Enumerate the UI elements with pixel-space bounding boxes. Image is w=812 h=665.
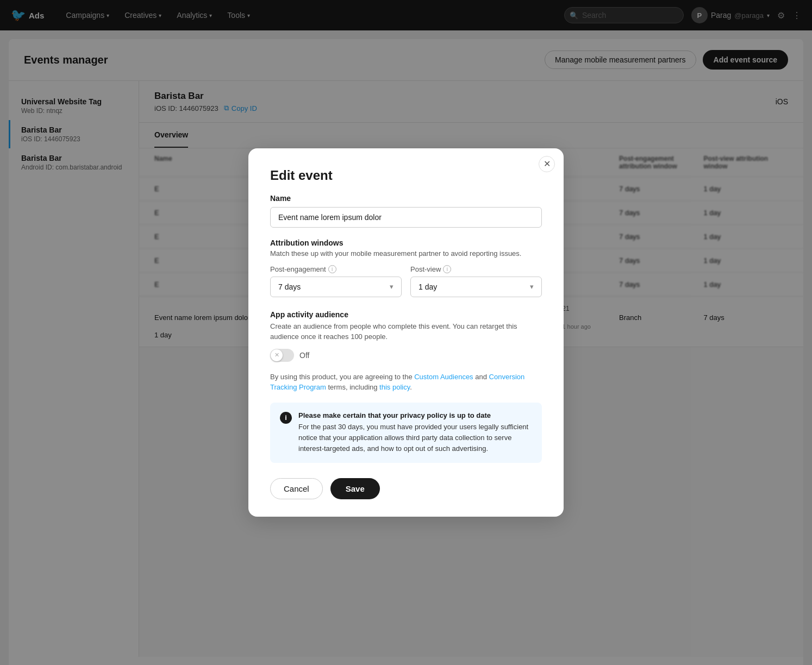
pv-info-icon[interactable]: i [443,265,451,273]
pe-label: Post-engagement i [270,265,402,273]
terms-text: By using this product, you are agreeing … [270,372,542,393]
chevron-down-icon: ▾ [530,283,534,291]
post-engagement-wrap: Post-engagement i 7 days ▾ [270,265,402,297]
custom-audiences-link[interactable]: Custom Audiences [414,373,473,381]
toggle-label: Off [299,351,309,360]
pv-label: Post-view i [410,265,542,273]
attribution-desc: Match these up with your mobile measurem… [270,249,542,258]
app-activity-title: App activity audience [270,310,542,319]
event-name-input[interactable] [270,207,542,228]
toggle-knob: ✕ [271,349,283,361]
privacy-notice: i Please make certain that your privacy … [270,403,542,463]
dropdowns-row: Post-engagement i 7 days ▾ Post-view i 1… [270,265,542,297]
info-circle-icon: i [280,412,292,424]
app-activity-toggle[interactable]: ✕ [270,349,294,362]
name-label: Name [270,194,542,203]
modal-close-button[interactable]: ✕ [539,156,555,172]
save-button[interactable]: Save [330,478,380,499]
toggle-row: ✕ Off [270,349,542,362]
privacy-title: Please make certain that your privacy po… [298,411,532,419]
post-view-wrap: Post-view i 1 day ▾ [410,265,542,297]
pe-dropdown[interactable]: 7 days ▾ [270,277,402,297]
app-activity-desc: Create an audience from people who compl… [270,321,542,342]
modal-actions: Cancel Save [270,478,542,499]
modal-overlay: ✕ Edit event Name Attribution windows Ma… [0,0,812,665]
privacy-body: For the past 30 days, you must have prov… [298,422,532,454]
policy-link[interactable]: this policy [379,383,410,391]
cancel-button[interactable]: Cancel [270,478,323,499]
edit-event-modal: ✕ Edit event Name Attribution windows Ma… [248,148,564,517]
chevron-down-icon: ▾ [390,283,393,291]
pv-dropdown[interactable]: 1 day ▾ [410,277,542,297]
modal-title: Edit event [270,168,542,183]
toggle-x-icon: ✕ [274,352,279,359]
attribution-title: Attribution windows [270,239,542,247]
app-activity-section: App activity audience Create an audience… [270,310,542,362]
pe-info-icon[interactable]: i [328,265,336,273]
